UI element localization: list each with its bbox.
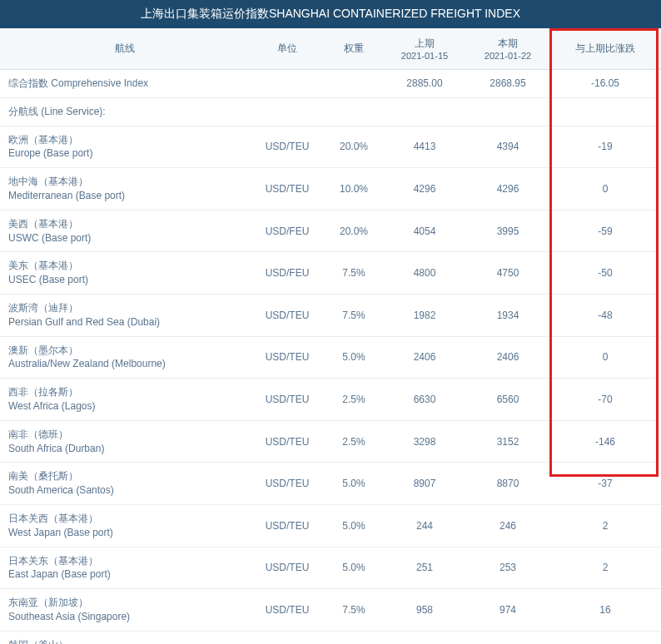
cell-curr (466, 97, 549, 126)
table-row: 美东（基本港）USEC (Base port)USD/FEU7.5%480047… (0, 252, 661, 295)
page-title: 上海出口集装箱运价指数SHANGHAI CONTAINERIZED FREIGH… (0, 0, 661, 28)
table-row: 综合指数 Comprehensive Index2885.002868.95-1… (0, 70, 661, 98)
cell-unit: USD/TEU (250, 631, 325, 644)
cell-prev: 3298 (383, 420, 466, 463)
table-row: 东南亚（新加坡）Southeast Asia (Singapore)USD/TE… (0, 589, 661, 632)
route-en: Europe (Base port) (8, 146, 245, 161)
header-curr: 本期 2021-01-22 (466, 28, 549, 70)
cell-unit: USD/TEU (250, 504, 325, 547)
cell-curr: 974 (466, 589, 549, 632)
cell-curr: 1934 (466, 294, 549, 336)
route-en: South America (Santos) (8, 483, 245, 498)
cell-prev: 251 (383, 547, 466, 589)
header-prev-label: 上期 (415, 37, 435, 49)
cell-change: 2 (549, 504, 661, 547)
route-cn: 东南亚（新加坡） (8, 596, 245, 610)
route-en: West Japan (Base port) (8, 526, 245, 540)
cell-unit: USD/TEU (250, 294, 325, 336)
cell-weight (325, 70, 383, 98)
cell-curr: 4394 (466, 126, 549, 168)
cell-change: 0 (549, 631, 661, 644)
cell-route: 综合指数 Comprehensive Index (0, 70, 250, 98)
route-cn: 西非（拉各斯） (8, 385, 245, 399)
cell-unit: USD/TEU (250, 168, 325, 211)
cell-curr: 246 (466, 504, 549, 547)
cell-weight: 7.5% (325, 589, 383, 632)
cell-unit (250, 70, 325, 98)
cell-unit: USD/TEU (250, 463, 325, 505)
route-cn: 波斯湾（迪拜） (8, 301, 245, 315)
cell-weight: 7.5% (325, 294, 383, 336)
cell-weight: 5.0% (325, 504, 383, 547)
cell-prev: 2406 (383, 336, 466, 379)
cell-weight: 20.0% (325, 210, 383, 252)
cell-weight (325, 97, 383, 126)
cell-route: 美东（基本港）USEC (Base port) (0, 252, 250, 295)
cell-weight: 2.5% (325, 631, 383, 644)
route-cn: 南非（德班） (8, 428, 245, 442)
cell-route: 东南亚（新加坡）Southeast Asia (Singapore) (0, 589, 250, 632)
cell-curr: 6560 (466, 379, 549, 421)
table-row: 美西（基本港）USWC (Base port)USD/FEU20.0%40543… (0, 210, 661, 252)
cell-prev: 4800 (383, 252, 466, 295)
cell-change: -70 (549, 379, 661, 421)
cell-prev: 2885.00 (383, 70, 466, 98)
cell-route: 欧洲（基本港）Europe (Base port) (0, 126, 250, 168)
table-row: 澳新（墨尔本）Australia/New Zealand (Melbourne)… (0, 336, 661, 379)
cell-route: 韩国（釜山）Korea (Pusan) (0, 631, 250, 644)
freight-table: 航线 单位 权重 上期 2021-01-15 本期 2021-01-22 与上期… (0, 28, 661, 644)
route-cn: 日本关西（基本港） (8, 512, 245, 526)
table-row: 日本关东（基本港）East Japan (Base port)USD/TEU5.… (0, 547, 661, 589)
header-change: 与上期比涨跌 (549, 28, 661, 70)
cell-route: 地中海（基本港）Mediterranean (Base port) (0, 168, 250, 211)
cell-weight: 2.5% (325, 420, 383, 463)
cell-curr: 4750 (466, 252, 549, 295)
cell-change: 0 (549, 336, 661, 379)
cell-unit: USD/TEU (250, 589, 325, 632)
cell-curr: 3995 (466, 210, 549, 252)
route-en: West Africa (Lagos) (8, 399, 245, 414)
cell-change: -59 (549, 210, 661, 252)
table-row: 日本关西（基本港）West Japan (Base port)USD/TEU5.… (0, 504, 661, 547)
table-row: 分航线 (Line Service): (0, 97, 661, 126)
cell-route: 波斯湾（迪拜）Persian Gulf and Red Sea (Dubai) (0, 294, 250, 336)
cell-unit: USD/TEU (250, 379, 325, 421)
table-row: 欧洲（基本港）Europe (Base port)USD/TEU20.0%441… (0, 126, 661, 168)
cell-unit: USD/TEU (250, 547, 325, 589)
cell-route: 南美（桑托斯）South America (Santos) (0, 463, 250, 505)
route-cn: 美西（基本港） (8, 217, 245, 231)
route-en: East Japan (Base port) (8, 567, 245, 582)
table-row: 韩国（釜山）Korea (Pusan)USD/TEU2.5%2032030 (0, 631, 661, 644)
cell-prev: 958 (383, 589, 466, 632)
cell-unit: USD/TEU (250, 420, 325, 463)
cell-change: 16 (549, 589, 661, 632)
cell-route: 澳新（墨尔本）Australia/New Zealand (Melbourne) (0, 336, 250, 379)
table-header-row: 航线 单位 权重 上期 2021-01-15 本期 2021-01-22 与上期… (0, 28, 661, 70)
cell-unit: USD/TEU (250, 336, 325, 379)
route-cn: 澳新（墨尔本） (8, 344, 245, 358)
cell-unit (250, 97, 325, 126)
table-body: 综合指数 Comprehensive Index2885.002868.95-1… (0, 70, 661, 645)
cell-weight: 5.0% (325, 463, 383, 505)
cell-change: -50 (549, 252, 661, 295)
cell-unit: USD/FEU (250, 210, 325, 252)
table-row: 地中海（基本港）Mediterranean (Base port)USD/TEU… (0, 168, 661, 211)
cell-change: 0 (549, 168, 661, 211)
header-route: 航线 (0, 28, 250, 70)
cell-change: -19 (549, 126, 661, 168)
cell-curr: 4296 (466, 168, 549, 211)
cell-route: 美西（基本港）USWC (Base port) (0, 210, 250, 252)
cell-curr: 8870 (466, 463, 549, 505)
cell-curr: 3152 (466, 420, 549, 463)
cell-prev: 4296 (383, 168, 466, 211)
route-cn: 南美（桑托斯） (8, 469, 245, 483)
route-cn: 分航线 (Line Service): (8, 105, 245, 119)
cell-weight: 7.5% (325, 252, 383, 295)
cell-route: 日本关东（基本港）East Japan (Base port) (0, 547, 250, 589)
header-unit: 单位 (250, 28, 325, 70)
cell-change (549, 97, 661, 126)
route-cn: 地中海（基本港） (8, 175, 245, 189)
table-row: 南美（桑托斯）South America (Santos)USD/TEU5.0%… (0, 463, 661, 505)
route-en: South Africa (Durban) (8, 442, 245, 456)
cell-prev: 4413 (383, 126, 466, 168)
